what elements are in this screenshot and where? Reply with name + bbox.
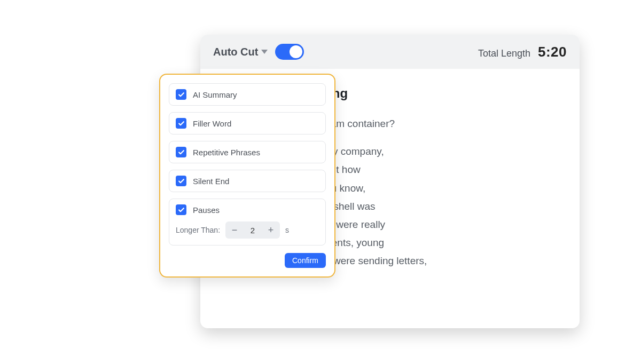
checkbox-checked-icon <box>176 118 186 129</box>
stepper-unit: s <box>285 226 289 234</box>
option-label: AI Summary <box>193 90 237 99</box>
option-repetitive-phrases[interactable]: Repetitive Phrases <box>169 141 326 163</box>
option-label: Repetitive Phrases <box>193 148 260 157</box>
autocut-toggle[interactable] <box>275 44 304 60</box>
duration-stepper: − 2 + <box>225 221 280 239</box>
total-length-value: 5:20 <box>538 44 567 60</box>
checkbox-checked-icon <box>176 204 186 215</box>
stepper-value: 2 <box>244 226 262 235</box>
checkbox-checked-icon <box>176 147 186 157</box>
confirm-button[interactable]: Confirm <box>285 253 326 268</box>
option-ai-summary[interactable]: AI Summary <box>169 83 326 106</box>
toggle-knob <box>290 45 302 58</box>
chevron-down-icon <box>261 50 268 54</box>
longer-than-label: Longer Than: <box>176 226 220 234</box>
total-length-label: Total Length <box>478 48 530 59</box>
stepper-plus-button[interactable]: + <box>262 221 280 239</box>
transcript-header: Auto Cut Total Length 5:20 <box>200 35 580 69</box>
option-pauses-checkbox-row[interactable]: Pauses <box>176 204 319 215</box>
option-label: Silent End <box>193 177 229 186</box>
autocut-dropdown[interactable]: Auto Cut <box>213 46 268 58</box>
autocut-settings-popover: AI Summary Filler Word Repetitive Phrase… <box>159 74 335 278</box>
stepper-minus-button[interactable]: − <box>225 221 244 239</box>
checkbox-checked-icon <box>176 89 186 100</box>
option-label: Filler Word <box>193 119 231 128</box>
option-pauses: Pauses Longer Than: − 2 + s <box>169 199 326 246</box>
checkbox-checked-icon <box>176 176 186 186</box>
option-label: Pauses <box>193 205 220 215</box>
option-silent-end[interactable]: Silent End <box>169 170 326 192</box>
option-filler-word[interactable]: Filler Word <box>169 112 326 134</box>
autocut-label-text: Auto Cut <box>213 46 258 58</box>
